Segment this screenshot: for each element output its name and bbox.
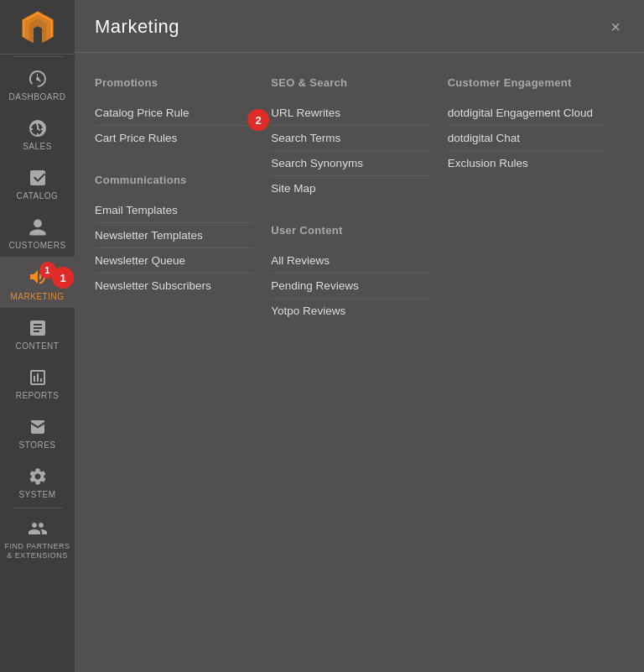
- panel-content: Promotions Catalog Price Rule Cart Price…: [75, 53, 644, 672]
- marketing-badge-wrapper: 1: [28, 267, 48, 289]
- menu-column-1: Promotions Catalog Price Rule Cart Price…: [95, 76, 271, 649]
- sidebar-item-reports[interactable]: REPORTS: [0, 357, 75, 407]
- dotdigital-engagement-link[interactable]: dotdigital Engagement Cloud: [448, 101, 607, 126]
- newsletter-templates-link[interactable]: Newsletter Templates: [95, 223, 254, 248]
- sidebar-item-system[interactable]: SYSTEM: [0, 456, 75, 506]
- sidebar-divider-bottom: [13, 508, 63, 508]
- step-badge-2: 2: [247, 109, 269, 131]
- menu-column-2: SEO & Search URL Rewrites Search Terms S…: [271, 76, 447, 649]
- promotions-title: Promotions: [95, 76, 254, 89]
- exclusion-rules-link[interactable]: Exclusion Rules: [448, 151, 607, 175]
- sidebar-item-label-content: CONTENT: [16, 341, 60, 351]
- menu-section-customer-engagement: Customer Engagement dotdigital Engagemen…: [448, 76, 607, 175]
- panel-header: Marketing ×: [75, 0, 644, 53]
- user-content-title: User Content: [271, 224, 430, 237]
- sidebar-item-label-stores: STORES: [19, 440, 56, 450]
- sidebar-item-label-dashboard: DASHBOARD: [9, 92, 66, 102]
- sidebar-item-label-system: SYSTEM: [18, 490, 55, 499]
- communications-title: Communications: [95, 174, 254, 186]
- pending-reviews-link[interactable]: Pending Reviews: [271, 273, 430, 299]
- sidebar-item-dashboard[interactable]: DASHBOARD: [0, 59, 75, 108]
- sidebar-logo: [0, 0, 75, 55]
- sidebar-item-customers[interactable]: CUSTOMERS: [0, 207, 75, 257]
- sidebar: DASHBOARD SALES CATALOG CUSTOMERS 1 MARK…: [0, 0, 75, 672]
- menu-section-promotions: Promotions Catalog Price Rule Cart Price…: [95, 76, 254, 150]
- yotpo-reviews-link[interactable]: Yotpo Reviews: [271, 299, 430, 323]
- sidebar-item-label-marketing: MARKETING: [11, 292, 65, 301]
- sales-icon: [28, 118, 48, 138]
- dashboard-icon: [28, 69, 48, 89]
- sidebar-item-catalog[interactable]: CATALOG: [0, 158, 75, 207]
- menu-section-seo: SEO & Search URL Rewrites Search Terms S…: [271, 76, 430, 201]
- reports-icon: [28, 367, 48, 388]
- newsletter-queue-link[interactable]: Newsletter Queue: [95, 248, 254, 273]
- catalog-price-rule-link[interactable]: Catalog Price Rule: [95, 101, 254, 126]
- sidebar-item-stores[interactable]: STORES: [0, 407, 75, 456]
- newsletter-subscribers-link[interactable]: Newsletter Subscribers: [95, 273, 254, 298]
- panel-title: Marketing: [95, 16, 179, 38]
- svg-marker-2: [29, 19, 45, 44]
- close-button[interactable]: ×: [607, 15, 624, 39]
- menu-section-user-content: User Content All Reviews Pending Reviews…: [271, 224, 430, 323]
- menu-column-3: Customer Engagement dotdigital Engagemen…: [448, 76, 624, 649]
- content-icon: [28, 318, 48, 338]
- sidebar-item-label-reports: REPORTS: [16, 391, 60, 400]
- catalog-icon: [28, 168, 48, 188]
- sidebar-item-sales[interactable]: SALES: [0, 108, 75, 158]
- customers-icon: [28, 217, 48, 237]
- sidebar-item-content[interactable]: CONTENT: [0, 308, 75, 357]
- sidebar-item-label-sales: SALES: [23, 142, 52, 151]
- stores-icon: [28, 417, 48, 437]
- url-rewrites-link[interactable]: URL Rewrites: [271, 101, 430, 126]
- sidebar-item-label-customers: CUSTOMERS: [8, 241, 65, 250]
- cart-price-rules-link[interactable]: Cart Price Rules: [95, 126, 254, 150]
- step-badge-1: 1: [52, 267, 74, 289]
- seo-search-title: SEO & Search: [271, 76, 430, 89]
- sidebar-divider-top: [13, 56, 63, 57]
- dotdigital-chat-link[interactable]: dotdigital Chat: [448, 126, 607, 151]
- all-reviews-link[interactable]: All Reviews: [271, 248, 430, 273]
- customer-engagement-title: Customer Engagement: [448, 76, 607, 89]
- menu-section-communications: Communications Email Templates Newslette…: [95, 174, 254, 298]
- magento-logo-icon: [20, 9, 55, 44]
- sidebar-item-find-partners[interactable]: FIND PARTNERS & EXTENSIONS: [0, 510, 75, 567]
- sidebar-item-label-find-partners: FIND PARTNERS & EXTENSIONS: [4, 542, 70, 560]
- email-templates-link[interactable]: Email Templates: [95, 198, 254, 223]
- main-panel: Marketing × Promotions Catalog Price Rul…: [75, 0, 644, 672]
- partners-icon: [28, 518, 48, 539]
- sidebar-item-label-catalog: CATALOG: [17, 191, 59, 201]
- system-icon: [28, 466, 48, 487]
- search-synonyms-link[interactable]: Search Synonyms: [271, 151, 430, 176]
- site-map-link[interactable]: Site Map: [271, 176, 430, 201]
- search-terms-link[interactable]: Search Terms: [271, 126, 430, 151]
